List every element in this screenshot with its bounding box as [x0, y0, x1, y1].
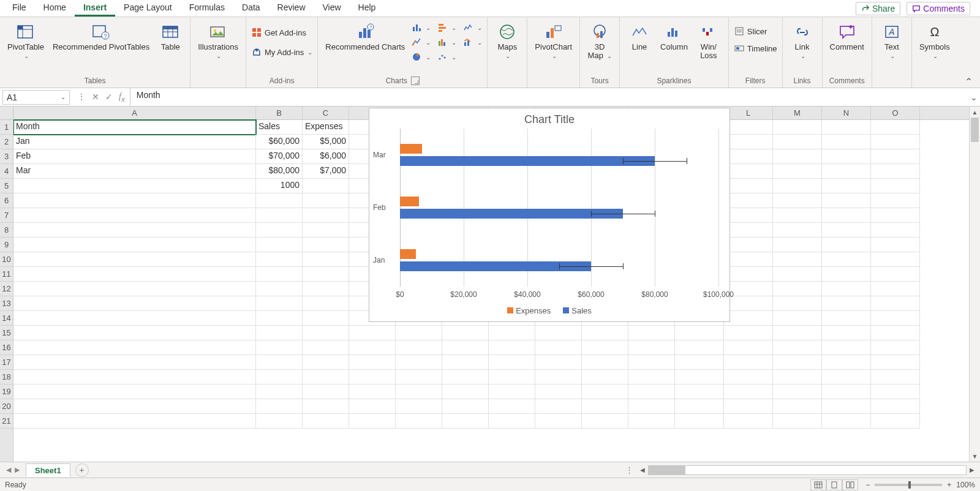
cell-O8[interactable] [871, 223, 920, 238]
sheet-nav-next[interactable]: ▶ [15, 466, 20, 474]
cell-G18[interactable] [489, 370, 535, 384]
row-header[interactable]: 2 [0, 135, 13, 149]
cell-F17[interactable] [442, 355, 489, 370]
cell-M10[interactable] [773, 252, 822, 267]
chart-title[interactable]: Chart Title [369, 108, 729, 129]
sparkline-line-button[interactable]: Line [625, 21, 654, 53]
cell-N17[interactable] [822, 355, 871, 370]
my-addins-button[interactable]: My Add-ins ⌄ [251, 47, 312, 58]
cell-O15[interactable] [871, 326, 920, 340]
cell-C10[interactable] [303, 252, 349, 267]
cell-N19[interactable] [822, 384, 871, 399]
cell-N13[interactable] [822, 296, 871, 311]
cell-M18[interactable] [773, 370, 822, 384]
cell-A13[interactable] [13, 296, 256, 311]
sparkline-winloss-button[interactable]: Win/ Loss [694, 21, 723, 61]
cell-N7[interactable] [822, 208, 871, 223]
cell-N1[interactable] [822, 120, 871, 135]
cell-C19[interactable] [303, 384, 349, 399]
cell-B11[interactable] [256, 267, 303, 282]
cell-O3[interactable] [871, 149, 920, 164]
cell-C5[interactable] [303, 179, 349, 193]
cell-O17[interactable] [871, 355, 920, 370]
cell-A4[interactable]: Mar [13, 164, 256, 179]
cancel-icon[interactable]: ✕ [92, 92, 99, 103]
cell-B12[interactable] [256, 282, 303, 296]
cell-F16[interactable] [442, 340, 489, 355]
table-button[interactable]: Table [156, 21, 185, 53]
cell-I20[interactable] [582, 399, 628, 414]
cell-M6[interactable] [773, 193, 822, 208]
cell-M21[interactable] [773, 414, 822, 429]
zoom-in-button[interactable]: + [947, 481, 951, 489]
cell-D15[interactable] [349, 326, 396, 340]
cell-C13[interactable] [303, 296, 349, 311]
embedded-chart[interactable]: Chart Title $0$20,000$40,000$60,000$80,0… [369, 108, 730, 322]
cell-G17[interactable] [489, 355, 535, 370]
slicer-button[interactable]: Slicer [734, 26, 777, 37]
cell-O21[interactable] [871, 414, 920, 429]
cell-L10[interactable] [724, 252, 773, 267]
cell-E21[interactable] [396, 414, 442, 429]
scroll-up-icon[interactable]: ▲ [972, 107, 978, 118]
zoom-slider[interactable] [875, 484, 942, 486]
cell-B1[interactable]: Sales [256, 120, 303, 135]
cell-O5[interactable] [871, 179, 920, 193]
cell-C1[interactable]: Expenses [303, 120, 349, 135]
cell-D17[interactable] [349, 355, 396, 370]
row-header[interactable]: 10 [0, 252, 13, 267]
cell-M5[interactable] [773, 179, 822, 193]
cell-C9[interactable] [303, 238, 349, 252]
cell-H20[interactable] [535, 399, 582, 414]
cell-O1[interactable] [871, 120, 920, 135]
cell-H18[interactable] [535, 370, 582, 384]
cell-O4[interactable] [871, 164, 920, 179]
column-header[interactable]: O [871, 107, 920, 119]
chart-bar-expenses[interactable] [400, 197, 419, 206]
select-all-triangle[interactable] [0, 107, 13, 120]
cell-C11[interactable] [303, 267, 349, 282]
comments-button[interactable]: Comments [907, 2, 970, 15]
cell-N15[interactable] [822, 326, 871, 340]
cell-N3[interactable] [822, 149, 871, 164]
cell-A2[interactable]: Jan [13, 135, 256, 149]
cell-A17[interactable] [13, 355, 256, 370]
cell-F15[interactable] [442, 326, 489, 340]
cell-O13[interactable] [871, 296, 920, 311]
column-header[interactable]: C [303, 107, 349, 119]
cell-M4[interactable] [773, 164, 822, 179]
cell-O11[interactable] [871, 267, 920, 282]
cell-L8[interactable] [724, 223, 773, 238]
add-sheet-button[interactable]: ＋ [75, 463, 89, 477]
cell-I17[interactable] [582, 355, 628, 370]
cell-N2[interactable] [822, 135, 871, 149]
recommended-charts-button[interactable]: ? Recommended Charts [323, 21, 407, 53]
column-header[interactable]: M [773, 107, 822, 119]
page-break-view-button[interactable] [842, 479, 858, 490]
cell-L14[interactable] [724, 311, 773, 326]
column-header[interactable]: B [256, 107, 303, 119]
symbols-button[interactable]: ΩSymbols⌄ [917, 21, 952, 61]
cell-M11[interactable] [773, 267, 822, 282]
tab-review[interactable]: Review [269, 0, 314, 17]
row-header[interactable]: 8 [0, 223, 13, 238]
cell-O20[interactable] [871, 399, 920, 414]
sheet-nav-prev[interactable]: ◀ [6, 466, 11, 474]
cell-H15[interactable] [535, 326, 582, 340]
cell-M9[interactable] [773, 238, 822, 252]
cell-J18[interactable] [628, 370, 675, 384]
pivottable-button[interactable]: PivotTable ⌄ [5, 21, 47, 61]
cell-M16[interactable] [773, 340, 822, 355]
cell-B7[interactable] [256, 208, 303, 223]
cell-A18[interactable] [13, 370, 256, 384]
combo-chart-icon[interactable] [462, 37, 473, 48]
name-box[interactable]: A1⌄ [2, 90, 70, 105]
chart-bar-sales[interactable] [400, 209, 623, 219]
cell-M15[interactable] [773, 326, 822, 340]
cell-H16[interactable] [535, 340, 582, 355]
cell-G19[interactable] [489, 384, 535, 399]
row-header[interactable]: 12 [0, 282, 13, 296]
cell-A12[interactable] [13, 282, 256, 296]
page-layout-view-button[interactable] [826, 479, 842, 490]
horizontal-scrollbar[interactable]: ◀ ▶ [637, 465, 980, 475]
